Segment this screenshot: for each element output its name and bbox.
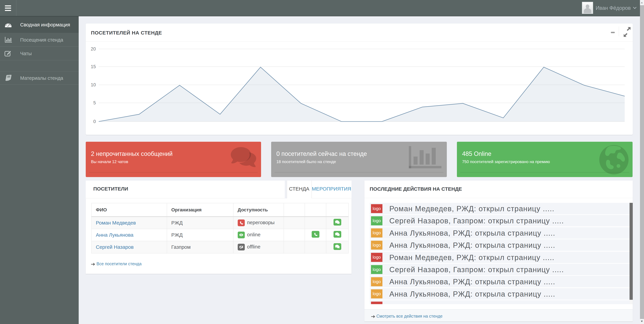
svg-text:10: 10 xyxy=(91,82,96,87)
svg-text:0: 0 xyxy=(93,119,96,124)
svg-text:15: 15 xyxy=(91,64,96,69)
svg-text:5: 5 xyxy=(93,100,96,105)
svg-text:20: 20 xyxy=(91,47,96,52)
